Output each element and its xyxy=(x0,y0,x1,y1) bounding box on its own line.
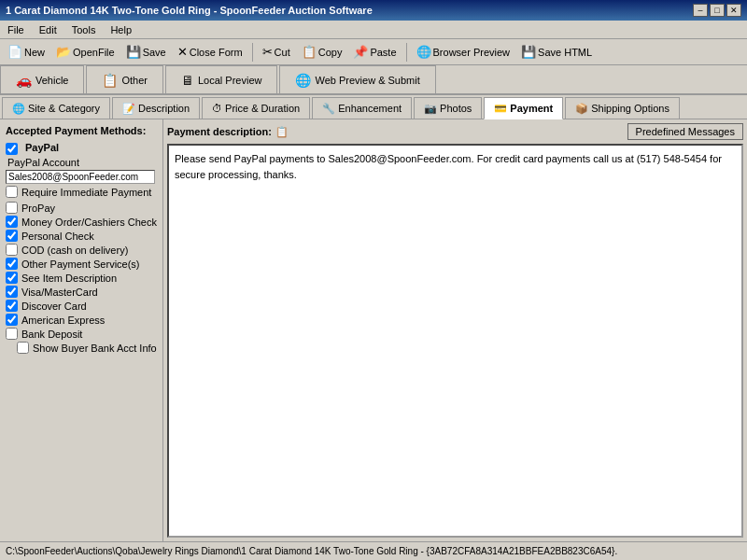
tab-site-category-label: Site & Category xyxy=(28,103,100,114)
left-panel: Accepted Payment Methods: PayPal PayPal … xyxy=(0,119,163,541)
seedesc-option: See Item Description xyxy=(6,272,157,284)
copy-button[interactable]: 📋 Copy xyxy=(298,43,346,61)
site-category-icon: 🌐 xyxy=(12,103,25,115)
top-tab-local-preview-label: Local Preview xyxy=(198,75,261,86)
close-icon: ✕ xyxy=(177,45,188,59)
payment-text: Please send PayPal payments to Sales2008… xyxy=(175,151,736,182)
paypal-account-input[interactable] xyxy=(6,170,155,184)
save-button[interactable]: 💾 Save xyxy=(122,43,170,61)
tab-photos[interactable]: 📷 Photos xyxy=(414,97,482,119)
tab-shipping-label: Shipping Options xyxy=(591,103,669,114)
window-controls: – □ ✕ xyxy=(693,4,741,17)
paypal-checkbox[interactable] xyxy=(6,143,18,155)
top-tab-web-preview-label: Web Preview & Submit xyxy=(315,75,419,86)
payment-desc-icon: 📋 xyxy=(275,126,289,138)
second-tab-bar: 🌐 Site & Category 📝 Description ⏱ Price … xyxy=(0,95,747,119)
discover-checkbox[interactable] xyxy=(6,300,18,312)
require-immediate-label: Require Immediate Payment xyxy=(21,187,151,198)
moneyorder-option: Money Order/Cashiers Check xyxy=(6,216,157,228)
paypal-option: PayPal xyxy=(6,142,157,155)
otherpayment-option: Other Payment Service(s) xyxy=(6,258,157,270)
tab-description-label: Description xyxy=(138,103,190,114)
right-panel: Payment description: 📋 Predefined Messag… xyxy=(163,119,747,541)
tab-payment[interactable]: 💳 Payment xyxy=(484,97,563,119)
seedesc-checkbox[interactable] xyxy=(6,272,18,284)
save-html-button[interactable]: 💾 Save HTML xyxy=(517,43,596,61)
close-window-button[interactable]: ✕ xyxy=(726,4,741,17)
copy-label: Copy xyxy=(318,47,343,58)
propay-checkbox[interactable] xyxy=(6,202,18,214)
bankdeposit-checkbox[interactable] xyxy=(6,328,18,340)
tab-description[interactable]: 📝 Description xyxy=(112,97,200,119)
local-preview-icon: 🖥 xyxy=(181,73,194,88)
copy-icon: 📋 xyxy=(302,45,317,59)
menu-edit[interactable]: Edit xyxy=(35,23,61,36)
require-immediate-option: Require Immediate Payment xyxy=(6,186,157,198)
amex-label: American Express xyxy=(21,315,105,326)
visa-label: Visa/MasterCard xyxy=(21,287,98,298)
top-tab-local-preview[interactable]: 🖥 Local Preview xyxy=(165,65,277,93)
cod-checkbox[interactable] xyxy=(6,244,18,256)
visa-checkbox[interactable] xyxy=(6,286,18,298)
tab-site-category[interactable]: 🌐 Site & Category xyxy=(2,97,110,119)
propay-option: ProPay xyxy=(6,202,157,214)
discover-label: Discover Card xyxy=(21,301,87,312)
browser-preview-button[interactable]: 🌐 Browser Preview xyxy=(413,43,514,61)
menu-file[interactable]: File xyxy=(4,23,28,36)
open-file-button[interactable]: 📂 OpenFile xyxy=(52,43,119,61)
top-tab-vehicle-label: Vehicle xyxy=(35,75,68,86)
personalcheck-checkbox[interactable] xyxy=(6,230,18,242)
moneyorder-checkbox[interactable] xyxy=(6,216,18,228)
shipping-icon: 📦 xyxy=(575,103,588,115)
bankdeposit-option: Bank Deposit xyxy=(6,328,157,340)
showbankinfo-checkbox[interactable] xyxy=(17,342,29,354)
tab-enhancement[interactable]: 🔧 Enhancement xyxy=(312,97,412,119)
menu-tools[interactable]: Tools xyxy=(68,23,100,36)
visa-option: Visa/MasterCard xyxy=(6,286,157,298)
status-text: C:\SpoonFeeder\Auctions\Qoba\Jewelry Rin… xyxy=(6,546,617,556)
cod-label: COD (cash on delivery) xyxy=(21,245,128,256)
top-tab-other-label: Other xyxy=(121,75,148,86)
save-icon: 💾 xyxy=(126,45,141,59)
maximize-button[interactable]: □ xyxy=(710,4,725,17)
menu-help[interactable]: Help xyxy=(106,23,135,36)
otherpayment-label: Other Payment Service(s) xyxy=(21,259,140,270)
cod-option: COD (cash on delivery) xyxy=(6,244,157,256)
cut-icon: ✂ xyxy=(262,45,273,59)
paste-label: Paste xyxy=(370,47,396,58)
separator1 xyxy=(252,43,253,62)
paypal-account-label: PayPal Account xyxy=(7,157,157,168)
top-tab-vehicle[interactable]: 🚗 Vehicle xyxy=(0,65,84,93)
close-form-button[interactable]: ✕ Close Form xyxy=(174,43,247,61)
paste-button[interactable]: 📌 Paste xyxy=(349,43,400,61)
top-tab-other[interactable]: 📋 Other xyxy=(86,65,163,93)
cut-label: Cut xyxy=(275,47,290,58)
tab-price-duration[interactable]: ⏱ Price & Duration xyxy=(202,97,310,119)
otherpayment-checkbox[interactable] xyxy=(6,258,18,270)
web-icon: 🌐 xyxy=(295,73,311,88)
main-content: Accepted Payment Methods: PayPal PayPal … xyxy=(0,119,747,541)
propay-label: ProPay xyxy=(21,203,55,214)
moneyorder-label: Money Order/Cashiers Check xyxy=(21,217,157,228)
require-immediate-checkbox[interactable] xyxy=(6,186,18,198)
save-html-label: Save HTML xyxy=(538,47,592,58)
payment-text-area[interactable]: Please send PayPal payments to Sales2008… xyxy=(167,144,743,538)
tab-price-duration-label: Price & Duration xyxy=(225,103,300,114)
predefined-messages-button[interactable]: Predefined Messages xyxy=(627,123,743,140)
open-icon: 📂 xyxy=(56,45,71,59)
amex-option: American Express xyxy=(6,314,157,326)
description-icon: 📝 xyxy=(122,103,135,115)
minimize-button[interactable]: – xyxy=(693,4,708,17)
payment-desc-bar: Payment description: 📋 Predefined Messag… xyxy=(167,123,743,140)
cut-button[interactable]: ✂ Cut xyxy=(259,43,294,61)
tab-shipping[interactable]: 📦 Shipping Options xyxy=(565,97,680,119)
tab-enhancement-label: Enhancement xyxy=(338,103,402,114)
paypal-label: PayPal xyxy=(25,142,59,153)
window-title: 1 Carat Diamond 14K Two-Tone Gold Ring -… xyxy=(6,5,373,16)
new-button[interactable]: 📄 New xyxy=(4,43,49,61)
top-tab-web-preview[interactable]: 🌐 Web Preview & Submit xyxy=(279,65,435,93)
amex-checkbox[interactable] xyxy=(6,314,18,326)
browser-preview-label: Browser Preview xyxy=(433,47,511,58)
discover-option: Discover Card xyxy=(6,300,157,312)
new-icon: 📄 xyxy=(7,45,22,59)
